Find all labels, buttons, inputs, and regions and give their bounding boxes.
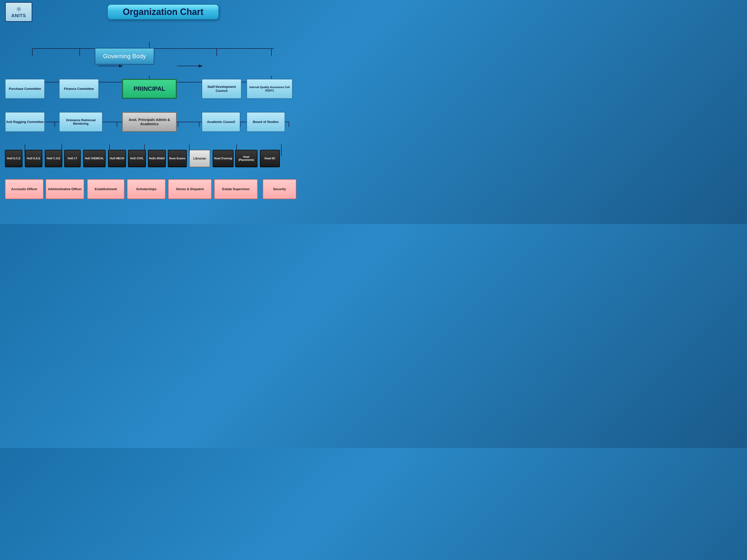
- hod-mech-node: HoD MECH: [108, 150, 126, 167]
- academic-council-node: Academic Council: [202, 112, 240, 132]
- header: ⚛ ANITS Organization Chart: [0, 0, 299, 23]
- purchase-committee-node: Purchase Committee: [5, 79, 45, 99]
- hod-it-node: HoD I.T: [64, 150, 81, 167]
- hod-civil-node: HoD CIVIL: [128, 150, 146, 167]
- grievance-node: Grievance Redressal Monitoring: [59, 112, 103, 132]
- hod-cse-node: HoD C.S.E: [45, 150, 62, 167]
- accounts-officer-node: Accounts Officer: [5, 179, 44, 199]
- logo-icon: ⚛: [16, 5, 22, 13]
- logo-text: ANITS: [11, 13, 26, 19]
- head-training-node: Head (Training): [213, 150, 234, 167]
- hod-eee-node: HoD E.E.E: [25, 150, 42, 167]
- head-iic-node: Head IIC: [260, 150, 280, 167]
- staff-development-node: Staff Development Council: [202, 79, 241, 99]
- finance-committee-node: Finance Committee: [59, 79, 99, 99]
- dean-exams-node: Dean Exams: [168, 150, 187, 167]
- stores-dispatch-node: Stores & Dispatch: [168, 179, 212, 199]
- estate-supervisor-node: Estate Supervisor: [214, 179, 258, 199]
- establishment-node: Establishment: [87, 179, 125, 199]
- iqac-node: Internal Quality Assurance Cell (IQAC): [247, 79, 292, 99]
- head-placements-node: Head (Placements): [235, 150, 257, 167]
- asst-principals-node: Asst. Principals Admin & Academics: [122, 112, 177, 132]
- admin-officer-node: Administrative Officer: [46, 179, 84, 199]
- security-node: Security: [263, 179, 296, 199]
- principal-node: PRINCIPAL: [122, 79, 177, 99]
- anti-ragging-node: Anti Ragging Committee: [5, 112, 45, 132]
- board-of-studies-node: Board of Studies: [247, 112, 285, 132]
- hod-ece-node: HoD E.C.E: [5, 150, 22, 167]
- hod-chemical-node: HoD CHEMICAL: [83, 150, 106, 167]
- logo: ⚛ ANITS: [5, 2, 32, 22]
- governing-body-node: Governing Body: [95, 48, 154, 65]
- hods-bsh-node: HoDs BS&H: [148, 150, 166, 167]
- librarian-node: Librarian: [189, 150, 210, 167]
- page-title: Organization Chart: [107, 4, 219, 20]
- title-banner: Organization Chart: [37, 4, 289, 20]
- scholarships-node: Scholarships: [127, 179, 165, 199]
